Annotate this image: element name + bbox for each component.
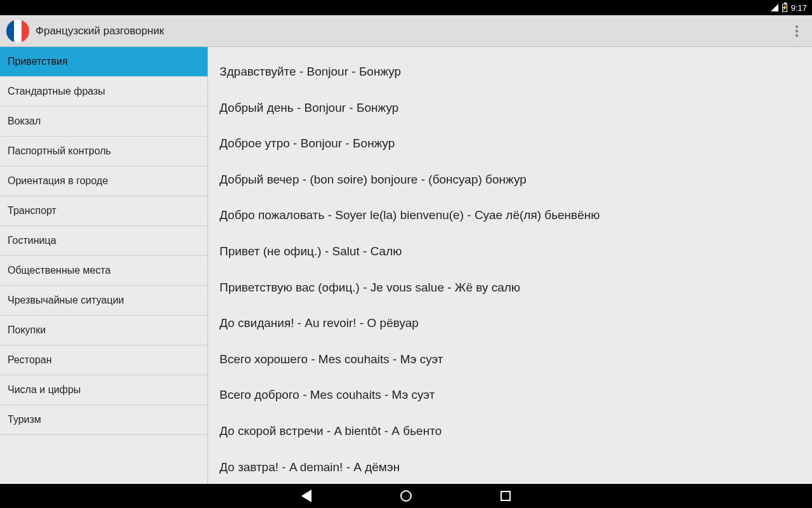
- france-flag-icon: [6, 20, 29, 43]
- phrase-item[interactable]: Всего хорошего - Mes couhaits - Мэ суэт: [219, 346, 808, 373]
- sidebar-item[interactable]: Числа и цифры: [0, 375, 207, 405]
- signal-icon: [771, 4, 778, 11]
- sidebar-item[interactable]: Ресторан: [0, 345, 207, 375]
- phrase-item[interactable]: Всего доброго - Mes couhaits - Мэ суэт: [219, 382, 808, 409]
- phrase-item[interactable]: До свидания! - Au revoir! - О рёвуар: [219, 310, 808, 337]
- action-bar: Французский разговорник: [0, 15, 812, 47]
- phrase-list[interactable]: Здравствуйте - Bonjour - БонжурДобрый де…: [208, 47, 812, 484]
- sidebar-item[interactable]: Приветствия: [0, 47, 207, 77]
- nav-recent-button[interactable]: [501, 491, 511, 501]
- phrase-item[interactable]: До завтра! - A demain! - А дёмэн: [219, 454, 808, 481]
- nav-home-button[interactable]: [400, 490, 412, 502]
- phrase-item[interactable]: Добро пожаловать - Soyer le(la) bienvenu…: [219, 202, 808, 229]
- sidebar-item[interactable]: Транспорт: [0, 196, 207, 226]
- battery-icon: ⚡: [782, 4, 787, 12]
- phrase-item[interactable]: Привет (не офиц.) - Salut - Салю: [219, 238, 808, 265]
- phrase-item[interactable]: Здравствуйте - Bonjour - Бонжур: [219, 58, 808, 86]
- navigation-bar: [0, 484, 812, 508]
- sidebar-item[interactable]: Туризм: [0, 405, 207, 435]
- sidebar-item[interactable]: Чрезвычайные ситуации: [0, 286, 207, 316]
- status-time: 9:17: [791, 3, 807, 13]
- overflow-menu-button[interactable]: [788, 20, 806, 43]
- sidebar-item[interactable]: Ориентация в городе: [0, 166, 207, 196]
- sidebar-item[interactable]: Паспортный контроль: [0, 137, 207, 166]
- content-area: ПриветствияСтандартные фразыВокзалПаспор…: [0, 47, 812, 484]
- sidebar-item[interactable]: Вокзал: [0, 107, 207, 137]
- status-bar: ⚡ 9:17: [0, 0, 812, 15]
- nav-back-button[interactable]: [301, 490, 311, 502]
- category-sidebar[interactable]: ПриветствияСтандартные фразыВокзалПаспор…: [0, 47, 208, 484]
- phrase-item[interactable]: Добрый день - Bonjour - Бонжур: [219, 95, 808, 122]
- app-title: Французский разговорник: [36, 25, 788, 37]
- sidebar-item[interactable]: Гостиница: [0, 226, 207, 256]
- sidebar-item[interactable]: Покупки: [0, 316, 207, 345]
- phrase-item[interactable]: До скорой встречи - A bientôt - А бьенто: [219, 418, 808, 445]
- sidebar-item[interactable]: Стандартные фразы: [0, 77, 207, 107]
- phrase-item[interactable]: Доброе утро - Bonjour - Бонжур: [219, 130, 808, 157]
- phrase-item[interactable]: Приветствую вас (офиц.) - Je vous salue …: [219, 274, 808, 302]
- sidebar-item[interactable]: Общественные места: [0, 256, 207, 286]
- phrase-item[interactable]: Добрый вечер - (bon soire) bonjoure - (б…: [219, 166, 808, 194]
